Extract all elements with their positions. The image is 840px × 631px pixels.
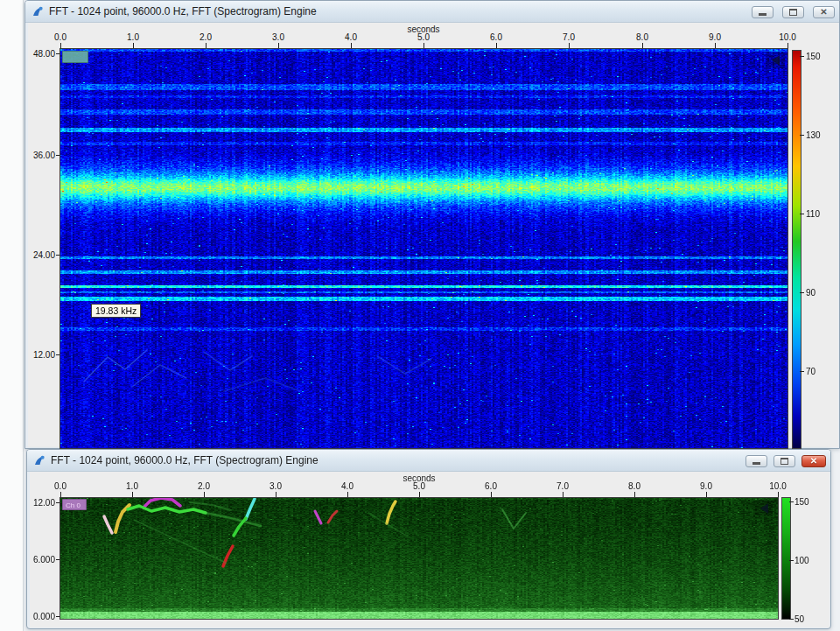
spectrogram-display-green[interactable] [60, 498, 778, 619]
x-tick-label: 9.0 [709, 32, 721, 42]
x-tick-mark [569, 43, 570, 49]
colorbar-tick-label: 150 [806, 52, 821, 61]
x-tick-mark [706, 492, 707, 498]
x-tick-label: 6.0 [490, 32, 502, 42]
channel-chip[interactable] [62, 51, 88, 63]
collapse-arrow-button[interactable] [766, 53, 785, 68]
spectrogram-display-blue[interactable] [60, 49, 788, 448]
x-tick-mark [206, 43, 206, 49]
y-tick-label: 12.00 [27, 498, 55, 508]
maximize-button[interactable] [774, 455, 795, 467]
colorbar-tick-mark [800, 56, 804, 57]
minimize-icon [759, 13, 766, 16]
x-tick-label: 5.0 [413, 481, 425, 491]
x-tick-mark [60, 43, 61, 49]
x-tick-mark [778, 492, 779, 498]
spectrogram-window-top: FFT - 1024 point, 96000.0 Hz, FFT (Spect… [24, 0, 840, 449]
x-tick-label: 4.0 [341, 481, 354, 491]
colorbar-tick-label: 90 [806, 288, 816, 298]
x-tick-mark [496, 43, 497, 49]
close-icon: ✕ [820, 8, 827, 17]
x-tick-mark [419, 492, 420, 498]
chevron-left-icon [772, 55, 780, 66]
x-tick-mark [60, 492, 61, 498]
x-tick-label: 1.0 [126, 481, 138, 491]
x-tick-mark [424, 43, 424, 49]
colorbar-tick-label: 110 [806, 209, 820, 219]
y-tick-label: 24.00 [25, 250, 55, 260]
x-tick-label: 7.0 [556, 481, 569, 491]
x-tick-mark [634, 492, 635, 498]
colorbar-tick-label: 50 [794, 614, 804, 624]
colorbar-tick-mark [789, 560, 794, 561]
x-tick-mark [133, 43, 134, 49]
x-tick-label: 9.0 [700, 481, 712, 491]
x-tick-mark [132, 492, 133, 498]
app-icon [32, 453, 46, 467]
window-title: FFT - 1024 point, 96000.0 Hz, FFT (Spect… [51, 454, 318, 466]
chevron-left-icon [760, 503, 768, 514]
x-tick-label: 8.0 [628, 481, 640, 491]
y-tick-label: 36.00 [25, 151, 55, 160]
close-button[interactable]: ✕ [813, 6, 835, 18]
maximize-button[interactable] [782, 6, 804, 18]
frequency-tooltip: 19.83 kHz [91, 304, 141, 318]
x-tick-mark [491, 492, 492, 498]
collapse-arrow-button[interactable] [755, 501, 773, 515]
titlebar-top[interactable]: FFT - 1024 point, 96000.0 Hz, FFT (Spect… [25, 1, 839, 23]
x-tick-mark [204, 492, 205, 498]
maximize-icon [789, 9, 797, 16]
colorbar-tick-mark [789, 619, 794, 620]
maximize-icon [780, 458, 788, 465]
colorbar-tick-mark [800, 371, 804, 372]
x-tick-label: 10.0 [779, 32, 795, 42]
colorbar-tick-mark [800, 214, 804, 214]
x-tick-mark [278, 43, 279, 49]
x-tick-mark [351, 43, 352, 49]
window-title: FFT - 1024 point, 96000.0 Hz, FFT (Spect… [49, 5, 317, 18]
app-background-strip [0, 0, 24, 631]
x-tick-mark [563, 492, 564, 498]
colorbar-tick-mark [800, 292, 804, 293]
channel-chip[interactable]: Ch 0 [62, 499, 87, 510]
spectrogram-window-bottom: FFT - 1024 point, 96000.0 Hz, FFT (Spect… [26, 449, 831, 629]
x-tick-label: 4.0 [345, 32, 357, 42]
x-tick-mark [347, 492, 348, 498]
y-tick-label: 12.00 [25, 350, 55, 360]
colorbar-tick-mark [789, 501, 794, 502]
x-tick-mark [642, 43, 643, 49]
colorbar-tick-mark [800, 135, 804, 136]
app-icon [31, 4, 45, 18]
x-tick-label: 8.0 [636, 32, 648, 42]
minimize-button[interactable] [746, 455, 767, 467]
amplitude-colorbar [793, 51, 801, 448]
colorbar-tick-label: 100 [794, 556, 809, 565]
y-tick-label: 0.000 [27, 612, 55, 621]
minimize-icon [752, 462, 760, 465]
colorbar-tick-label: 130 [806, 130, 821, 140]
colorbar-tick-label: 70 [806, 367, 816, 376]
x-tick-mark [788, 43, 788, 49]
x-tick-label: 2.0 [198, 481, 210, 491]
x-tick-label: 3.0 [270, 481, 282, 491]
x-tick-label: 1.0 [127, 32, 139, 42]
colorbar-tick-label: 150 [794, 497, 809, 507]
titlebar-bottom[interactable]: FFT - 1024 point, 96000.0 Hz, FFT (Spect… [27, 450, 830, 472]
x-tick-label: 0.0 [54, 32, 66, 42]
x-tick-mark [715, 43, 716, 49]
x-tick-label: 6.0 [485, 481, 497, 491]
y-tick-label: 48.00 [25, 49, 55, 59]
close-button[interactable]: ✕ [802, 455, 826, 467]
x-tick-label: 7.0 [563, 32, 575, 42]
minimize-button[interactable] [752, 6, 774, 18]
x-tick-label: 3.0 [272, 32, 284, 42]
x-tick-label: 0.0 [54, 481, 66, 491]
x-tick-label: 10.0 [769, 481, 786, 491]
amplitude-colorbar [782, 498, 790, 619]
x-tick-label: 5.0 [417, 32, 430, 42]
x-tick-mark [276, 492, 276, 498]
y-tick-label: 6.000 [27, 555, 55, 564]
close-icon: ✕ [810, 457, 817, 466]
x-tick-label: 2.0 [200, 32, 212, 42]
